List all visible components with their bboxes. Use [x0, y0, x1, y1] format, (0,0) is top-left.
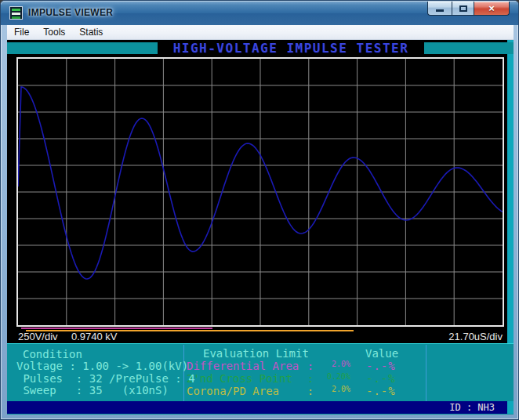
eval-row-corona-pd-area: Corona/PD Area : 2.0% -.-% — [187, 385, 422, 397]
time-scale: 21.70uS/div — [448, 331, 503, 342]
close-button[interactable]: × — [474, 2, 510, 16]
cursor-marker-1 — [21, 328, 212, 329]
id-label: ID : NH3 — [449, 402, 495, 413]
waveform-svg — [18, 59, 503, 325]
eval-value: -.-% — [366, 372, 416, 385]
maximize-icon — [459, 5, 467, 12]
close-icon: × — [488, 3, 495, 13]
measured-voltage: 0.9740 kV — [71, 331, 118, 342]
scale-row: 250V/div 0.9740 kV 21.70uS/div — [7, 331, 503, 343]
eval-limit: 2.0% — [316, 385, 350, 393]
menu-tools[interactable]: Tools — [36, 25, 72, 39]
client-area: HIGH-VOLTAGE IMPULSE TESTER 250V/div 0.9… — [7, 40, 514, 415]
maximize-button[interactable] — [452, 2, 474, 16]
menu-file[interactable]: File — [7, 25, 36, 39]
evaluation-panel: Evaluation Limit Value Differential Area… — [183, 344, 426, 402]
waveform-plot — [16, 57, 504, 327]
status-bar: ID : NH3 — [7, 401, 507, 414]
menu-statis[interactable]: Statis — [72, 25, 110, 39]
eval-separator: : — [305, 385, 316, 397]
info-panel: Condition Voltage : 1.00 -> 1.00(kV) Pul… — [7, 343, 514, 401]
eval-separator: : — [305, 372, 316, 385]
minimize-button[interactable] — [427, 2, 452, 16]
menu-bar: File Tools Statis — [7, 25, 514, 40]
window-controls: × — [427, 2, 510, 16]
title-bar[interactable]: IMPULSE VIEWER × — [1, 1, 519, 25]
condition-lines: Voltage : 1.00 -> 1.00(kV) Pulses : 32 /… — [16, 360, 195, 397]
evaluation-rows: Differential Area : 2.0% -.-% 2'nd Cross… — [187, 360, 422, 397]
condition-heading: Condition — [23, 348, 82, 360]
voltage-scale: 250V/div — [18, 331, 58, 342]
eval-label: Corona/PD Area — [187, 385, 305, 397]
eval-label: Differential Area — [187, 360, 305, 372]
eval-label: 2'nd Cross Point — [187, 372, 305, 385]
minimize-icon — [436, 9, 444, 12]
window-title: IMPULSE VIEWER — [28, 7, 113, 18]
eval-row-differential-area: Differential Area : 2.0% -.-% — [187, 360, 422, 372]
value-heading: Value — [365, 347, 398, 360]
evaluation-heading: Evaluation Limit — [203, 347, 309, 360]
eval-value: -.-% — [366, 360, 416, 372]
eval-row-2nd-cross-point: 2'nd Cross Point : 0.20% -.-% — [187, 372, 422, 385]
eval-limit: 0.20% — [316, 372, 350, 381]
page-title: HIGH-VOLTAGE IMPULSE TESTER — [173, 41, 409, 56]
panel-divider-2 — [426, 345, 426, 401]
eval-limit: 2.0% — [316, 360, 350, 368]
app-icon — [9, 6, 23, 20]
header-title-box: HIGH-VOLTAGE IMPULSE TESTER — [158, 41, 424, 56]
eval-separator: : — [305, 360, 316, 372]
eval-value: -.-% — [366, 385, 416, 397]
app-window: IMPULSE VIEWER × File Tools Statis HIGH-… — [0, 0, 519, 420]
condition-panel: Condition Voltage : 1.00 -> 1.00(kV) Pul… — [7, 344, 183, 402]
header-band: HIGH-VOLTAGE IMPULSE TESTER — [7, 42, 514, 54]
